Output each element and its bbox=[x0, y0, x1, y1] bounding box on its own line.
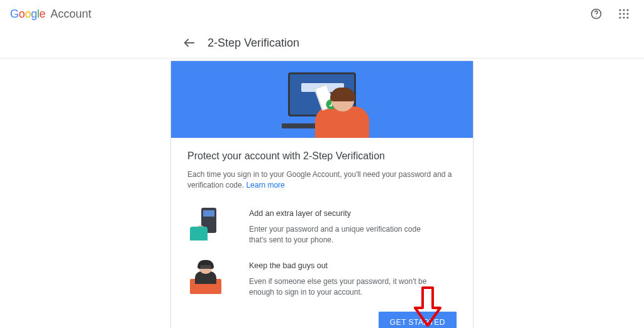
svg-point-3 bbox=[623, 9, 625, 11]
page-title: 2-Step Verification bbox=[208, 37, 299, 50]
feature-title: Keep the bad guys out bbox=[249, 261, 431, 270]
card-heading: Protect your account with 2-Step Verific… bbox=[187, 150, 457, 162]
get-started-button[interactable]: GET STARTED bbox=[379, 312, 457, 328]
feature-keep-out: Keep the bad guys out Even if someone el… bbox=[187, 260, 457, 298]
content-area: ●●●●● Protect your account with 2-Step V… bbox=[0, 59, 644, 328]
apps-grid-icon[interactable] bbox=[614, 4, 634, 24]
svg-point-8 bbox=[619, 16, 621, 18]
svg-point-2 bbox=[619, 9, 621, 11]
svg-point-4 bbox=[626, 9, 628, 11]
svg-point-1 bbox=[596, 16, 596, 17]
top-bar-actions bbox=[586, 4, 634, 24]
feature-title: Add an extra layer of security bbox=[249, 209, 431, 218]
phone-hand-icon bbox=[187, 208, 223, 240]
features-list: Add an extra layer of security Enter you… bbox=[171, 203, 473, 298]
verification-card: ●●●●● Protect your account with 2-Step V… bbox=[170, 60, 474, 328]
feature-desc: Enter your password and a unique verific… bbox=[249, 224, 431, 246]
help-icon[interactable] bbox=[586, 4, 606, 24]
svg-point-7 bbox=[626, 13, 628, 14]
svg-point-6 bbox=[623, 13, 625, 14]
brand: Google Account bbox=[10, 8, 91, 21]
account-label: Account bbox=[50, 8, 91, 21]
hero-illustration: ●●●●● bbox=[171, 61, 473, 138]
sub-header: 2-Step Verification bbox=[0, 28, 644, 58]
card-body: Protect your account with 2-Step Verific… bbox=[171, 138, 473, 203]
back-arrow-icon[interactable] bbox=[182, 36, 196, 50]
feature-desc: Even if someone else gets your password,… bbox=[249, 276, 431, 298]
svg-point-9 bbox=[623, 16, 625, 18]
intruder-icon bbox=[187, 260, 223, 293]
learn-more-link[interactable]: Learn more bbox=[246, 181, 284, 189]
google-logo: Google bbox=[10, 8, 45, 21]
card-description: Each time you sign in to your Google Acc… bbox=[187, 169, 457, 191]
feature-extra-security: Add an extra layer of security Enter you… bbox=[187, 208, 457, 246]
svg-point-5 bbox=[619, 13, 621, 14]
svg-point-10 bbox=[626, 16, 628, 18]
top-bar: Google Account bbox=[0, 0, 644, 28]
card-actions: GET STARTED bbox=[171, 312, 473, 328]
